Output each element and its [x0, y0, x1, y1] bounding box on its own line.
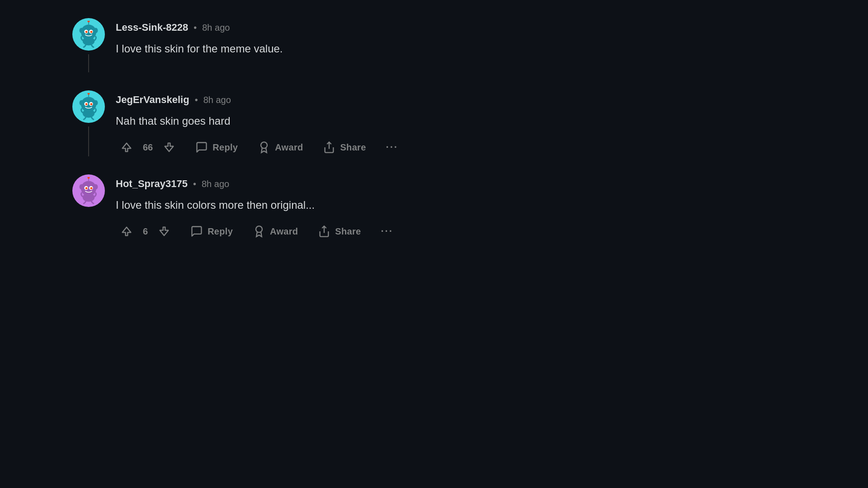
comment-left-col [72, 90, 105, 156]
separator-dot: • [195, 95, 198, 105]
svg-point-25 [94, 184, 98, 190]
comment-text: Nah that skin goes hard [116, 113, 470, 129]
comment-actions: 6 Reply [116, 222, 470, 240]
svg-point-13 [94, 100, 98, 106]
comment-row: Less-Sink-8228 • 8h ago I love this skin… [72, 18, 470, 72]
downvote-icon [163, 141, 175, 154]
svg-point-11 [83, 109, 94, 117]
more-label: ··· [386, 141, 398, 153]
username: JegErVanskelig [116, 94, 189, 106]
more-options-button[interactable]: ··· [382, 139, 403, 156]
svg-point-2 [80, 28, 84, 33]
thread-line [88, 127, 89, 156]
username: Hot_Spray3175 [116, 178, 188, 190]
svg-point-29 [90, 187, 93, 189]
comment-header: Hot_Spray3175 • 8h ago [116, 178, 470, 190]
avatar [72, 90, 105, 123]
share-label: Share [335, 226, 361, 237]
award-label: Award [275, 142, 303, 153]
reddit-snoo-icon [75, 177, 102, 204]
avatar [72, 18, 105, 51]
comment-text: I love this skin colors more then origin… [116, 197, 470, 213]
comment-row: JegErVanskelig • 8h ago Nah that skin go… [72, 90, 470, 156]
share-icon [323, 141, 335, 154]
vote-group: 6 [116, 222, 175, 240]
svg-point-31 [88, 177, 90, 179]
vote-group: 66 [116, 138, 180, 156]
thread-line [88, 54, 89, 72]
svg-point-12 [80, 100, 84, 106]
svg-point-28 [85, 187, 88, 189]
award-icon [258, 141, 270, 154]
timestamp: 8h ago [202, 23, 230, 33]
svg-point-6 [85, 31, 88, 33]
downvote-icon [158, 225, 170, 238]
comment-row: Hot_Spray3175 • 8h ago I love this skin … [72, 174, 470, 240]
comment-header: JegErVanskelig • 8h ago [116, 94, 470, 106]
upvote-button[interactable] [116, 138, 137, 156]
avatar [72, 174, 105, 207]
share-button[interactable]: Share [318, 138, 370, 156]
svg-point-9 [88, 21, 90, 23]
comment-header: Less-Sink-8228 • 8h ago [116, 22, 470, 33]
svg-point-32 [256, 226, 262, 232]
downvote-button[interactable] [158, 138, 180, 156]
vote-count: 6 [143, 226, 148, 237]
username: Less-Sink-8228 [116, 22, 188, 33]
separator-dot: • [193, 23, 197, 33]
reddit-snoo-icon [75, 21, 102, 48]
svg-point-7 [90, 31, 93, 33]
svg-point-3 [94, 28, 98, 33]
reply-label: Reply [212, 142, 238, 153]
upvote-icon [120, 225, 133, 238]
downvote-button[interactable] [153, 222, 175, 240]
comment-text: I love this skin for the meme value. [116, 41, 470, 57]
separator-dot: • [193, 179, 196, 189]
reply-button[interactable]: Reply [186, 222, 237, 240]
timestamp: 8h ago [203, 95, 231, 105]
reply-icon [190, 225, 203, 238]
svg-point-19 [88, 93, 90, 95]
more-label: ··· [381, 225, 393, 237]
award-button[interactable]: Award [253, 138, 307, 156]
award-button[interactable]: Award [248, 222, 302, 240]
award-label: Award [270, 226, 298, 237]
comment-body: Hot_Spray3175 • 8h ago I love this skin … [116, 174, 470, 240]
comment-body: Less-Sink-8228 • 8h ago I love this skin… [116, 18, 470, 72]
reddit-snoo-icon [75, 93, 102, 120]
svg-point-24 [80, 184, 84, 190]
comment-left-col [72, 18, 105, 72]
comments-container: Less-Sink-8228 • 8h ago I love this skin… [0, 0, 542, 277]
svg-point-23 [83, 193, 94, 202]
award-icon [253, 225, 265, 238]
upvote-icon [120, 141, 133, 154]
reply-icon [195, 141, 208, 154]
svg-point-17 [90, 103, 93, 105]
vote-count: 66 [143, 142, 153, 153]
reply-label: Reply [208, 226, 233, 237]
comment-actions: 66 Reply [116, 138, 470, 156]
svg-point-20 [261, 142, 267, 148]
svg-point-16 [85, 103, 88, 105]
comment-body: JegErVanskelig • 8h ago Nah that skin go… [116, 90, 470, 156]
reply-button[interactable]: Reply [191, 138, 242, 156]
more-options-button[interactable]: ··· [376, 223, 397, 240]
share-icon [318, 225, 330, 238]
svg-point-1 [83, 37, 94, 45]
timestamp: 8h ago [202, 179, 229, 189]
upvote-button[interactable] [116, 222, 137, 240]
comment-left-col [72, 174, 105, 240]
share-button[interactable]: Share [313, 222, 365, 240]
share-label: Share [340, 142, 366, 153]
